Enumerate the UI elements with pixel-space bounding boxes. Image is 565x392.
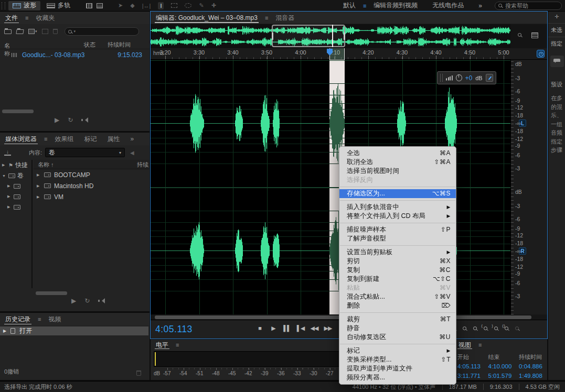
hud-db-value[interactable]: +0	[465, 74, 473, 82]
tab-favorites[interactable]: 收藏夹	[30, 12, 60, 24]
context-menu-item[interactable]: 全选⌘A	[339, 149, 456, 158]
zoom-selection-button[interactable]: ⟨⟩	[505, 324, 508, 332]
open-folder-icon[interactable]	[4, 29, 12, 34]
waveform-display-toggle-icon[interactable]	[86, 3, 92, 8]
tab-mixer[interactable]: 混音器	[270, 12, 300, 24]
play-button[interactable]: ▶	[267, 325, 280, 332]
zoom-out-button[interactable]	[463, 324, 466, 332]
context-menu-item[interactable]: 自动修复选区⌘U	[339, 333, 456, 342]
tab-effects-rack[interactable]: 效果组	[49, 133, 79, 145]
context-menu-item[interactable]: 复制⌘C	[339, 266, 456, 275]
drive-row[interactable]: ▶VM	[34, 191, 150, 202]
media-overflow-button[interactable]: »	[125, 133, 139, 145]
selview-panel-menu-icon[interactable]: ≡	[476, 342, 484, 348]
waveform-display[interactable]: +0 dB	[151, 60, 510, 314]
timeline-ruler[interactable]: hms 3:203:303:403:504:004:104:204:304:40…	[151, 48, 547, 60]
view-row[interactable]: 3:11.7715:01.5791:49.808	[457, 371, 546, 380]
divider[interactable]	[0, 131, 150, 133]
zoom-window-left-handle[interactable]	[272, 32, 273, 40]
drive-row[interactable]: ▶BOOTCAMP	[34, 169, 150, 180]
drive-expander-icon[interactable]: ▶	[37, 184, 41, 188]
tab-levels[interactable]: 电平	[151, 340, 174, 350]
help-search[interactable]	[495, 2, 562, 10]
media-panel-menu-icon[interactable]: ≡	[42, 136, 49, 142]
marquee-selection-tool-icon[interactable]	[171, 3, 177, 8]
timeline-clock-icon[interactable]	[537, 50, 545, 58]
tab-files[interactable]: 文件	[0, 12, 23, 24]
media-loop-icon[interactable]: ↻	[84, 297, 90, 304]
spectral-display-toggle-icon[interactable]	[97, 3, 103, 8]
history-panel-menu-icon[interactable]: ≡	[36, 316, 43, 322]
strip-pin-icon[interactable]: ✛	[555, 14, 559, 19]
editor-panel-menu-icon[interactable]: ≡	[263, 15, 270, 21]
volume-knob-icon[interactable]	[456, 74, 462, 81]
content-select[interactable]: 卷 ▾	[45, 148, 125, 157]
hud-grip[interactable]	[440, 74, 443, 82]
overview-zoom-window[interactable]	[272, 25, 345, 47]
context-menu-item[interactable]: 存储选区为...⌥⌘S	[339, 189, 456, 198]
fast-forward-button[interactable]: ▶▶	[322, 325, 334, 332]
tree-row[interactable]: ▶⚑快捷	[0, 160, 31, 170]
context-menu-item[interactable]: 了解声音模型	[339, 234, 456, 243]
context-menu-item[interactable]: 选择当前视图时间	[339, 167, 456, 176]
divider[interactable]	[547, 12, 548, 380]
workspace-edit-av-button[interactable]: 编辑音频到视频	[366, 1, 425, 10]
spot-healing-tool-icon[interactable]: ✚	[211, 2, 216, 9]
media-hscrollbar[interactable]	[36, 291, 67, 295]
tab-properties[interactable]: 属性	[102, 133, 125, 145]
selection-row[interactable]: 4:05.1134:10.0000:04.886	[457, 362, 546, 371]
files-search[interactable]: ▾	[65, 27, 139, 36]
tab-video[interactable]: 视频	[43, 313, 66, 325]
media-back-icon[interactable]: ◀	[130, 150, 134, 156]
drive-expander-icon[interactable]: ▶	[37, 195, 41, 199]
workspace-radio-button[interactable]: 无线电作品	[425, 1, 471, 10]
stop-button[interactable]: ■	[253, 325, 266, 332]
context-menu-item[interactable]: 提取声道到单声道文件	[339, 364, 456, 373]
download-icon[interactable]: ↓	[4, 149, 11, 156]
media-speaker-icon[interactable]	[98, 298, 105, 303]
waveform-mode-button[interactable]: 波形	[8, 1, 40, 10]
multitrack-mode-button[interactable]: 多轨	[42, 1, 74, 10]
tab-history[interactable]: 历史记录	[0, 313, 36, 325]
move-tool-icon[interactable]: ➤	[118, 2, 123, 9]
import-file-icon[interactable]	[16, 29, 24, 34]
hud-pin-button[interactable]	[486, 74, 493, 82]
paintbrush-tool-icon[interactable]: ✎	[199, 2, 204, 9]
context-menu-item[interactable]: 插入到多轨混音中▶	[339, 203, 456, 212]
workspace-default-button[interactable]: 默认	[336, 1, 363, 10]
new-content-button[interactable]: ▾	[28, 29, 37, 34]
tab-editor[interactable]: 编辑器: Goodluck_Wei – 03–08.mp3	[151, 12, 263, 24]
tree-expander-icon[interactable]: ▶	[2, 163, 6, 167]
files-speaker-icon[interactable]	[81, 117, 89, 123]
tree-row[interactable]: ▼卷	[0, 170, 31, 181]
context-menu-item[interactable]: 标记▶	[339, 346, 456, 355]
history-entry-row[interactable]: ▶ 打开	[0, 326, 148, 335]
razor-tool-icon[interactable]: ◆	[130, 2, 134, 9]
files-hscrollbar[interactable]	[2, 110, 34, 113]
files-play-icon[interactable]: ▶	[55, 116, 59, 124]
time-display[interactable]: 4:05.113	[155, 324, 193, 335]
zoom-window-right-handle[interactable]	[344, 32, 345, 40]
context-menu-item[interactable]: 频段分离器...	[339, 373, 456, 382]
tree-row[interactable]: ▶	[0, 202, 31, 212]
lasso-selection-tool-icon[interactable]	[185, 3, 191, 8]
context-menu-item[interactable]: 取消全选⇧⌘A	[339, 158, 456, 167]
zoom-reset-button[interactable]	[473, 324, 477, 332]
levels-panel-menu-icon[interactable]: ≡	[174, 342, 181, 348]
overview-menu-icon[interactable]	[531, 32, 538, 38]
context-menu-item[interactable]: 变换采样类型...⇧T	[339, 355, 456, 364]
tree-expander-icon[interactable]: ▼	[2, 174, 6, 178]
tree-row[interactable]: ▶	[0, 191, 31, 202]
drive-expander-icon[interactable]: ▶	[37, 173, 41, 177]
tree-row[interactable]: ▶	[0, 181, 31, 191]
volume-hud[interactable]: +0 dB	[437, 71, 496, 84]
files-panel-menu-icon[interactable]: ≡	[23, 15, 30, 21]
time-selection-tool-icon[interactable]: I	[158, 2, 164, 9]
media-col-duration[interactable]: 持续	[137, 161, 148, 169]
media-col-name[interactable]: 名称 ↑	[38, 161, 54, 169]
file-row[interactable]: Goodluc...- 03-08.mp39:15.023	[0, 50, 150, 59]
context-menu-item[interactable]: 捕捉噪声样本⇧P	[339, 225, 456, 234]
media-play-icon[interactable]: ▶	[71, 297, 76, 304]
tree-expander-icon[interactable]: ▶	[7, 205, 12, 209]
files-col-status[interactable]: 状态	[84, 41, 95, 49]
